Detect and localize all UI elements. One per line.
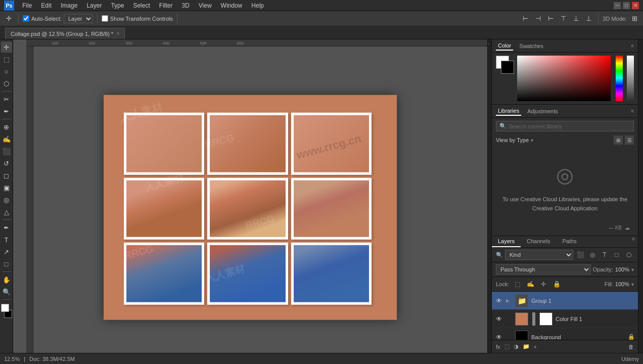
- menu-help[interactable]: Help: [247, 1, 268, 10]
- add-adjustment-btn[interactable]: ◑: [514, 343, 519, 350]
- menu-edit[interactable]: Edit: [37, 1, 56, 10]
- lock-pixels-btn[interactable]: ✍: [525, 279, 535, 289]
- blend-mode-select[interactable]: Pass Through: [496, 264, 591, 275]
- layer-visibility-background[interactable]: 👁: [495, 333, 503, 340]
- history-brush-tool[interactable]: ↺: [1, 158, 12, 169]
- filter-adjustment-btn[interactable]: ◎: [587, 250, 598, 260]
- menu-layer[interactable]: Layer: [82, 1, 106, 10]
- fx-btn[interactable]: fx: [496, 344, 500, 350]
- lasso-tool[interactable]: ○: [1, 66, 12, 77]
- filter-smart-btn[interactable]: ⬡: [624, 250, 634, 260]
- lock-all-btn[interactable]: 🔒: [552, 279, 562, 289]
- filter-type-btn[interactable]: T: [600, 250, 610, 260]
- chevron-down-icon[interactable]: ▾: [531, 138, 533, 143]
- eraser-tool[interactable]: ◻: [1, 170, 12, 181]
- layer-item-colorfill1[interactable]: 👁 Color Fill 1: [492, 310, 638, 328]
- background-swatch[interactable]: [501, 61, 514, 74]
- selection-tool[interactable]: ⬚: [1, 54, 12, 65]
- crop-tool[interactable]: ✂: [1, 94, 12, 105]
- align-bottom-btn[interactable]: ⊥: [583, 13, 594, 24]
- libraries-panel-options[interactable]: ≡: [631, 108, 634, 114]
- hand-tool[interactable]: ✋: [1, 274, 12, 285]
- color-tab[interactable]: Color: [496, 41, 513, 51]
- menu-window[interactable]: Window: [217, 1, 247, 10]
- auto-select-checkbox[interactable]: Auto-Select: Layer: [23, 14, 93, 23]
- swatches-tab[interactable]: Swatches: [517, 42, 545, 50]
- channels-tab[interactable]: Channels: [521, 236, 556, 247]
- align-left-btn[interactable]: ⊢: [520, 13, 531, 24]
- menu-select[interactable]: Select: [129, 1, 154, 10]
- lock-position-btn[interactable]: ✛: [538, 279, 548, 289]
- filter-shape-btn[interactable]: □: [612, 250, 622, 260]
- path-tool[interactable]: ↗: [1, 246, 12, 257]
- menu-view[interactable]: View: [195, 1, 216, 10]
- brush-tool[interactable]: ✍: [1, 133, 12, 145]
- layers-tab[interactable]: Layers: [492, 236, 521, 247]
- color-gradient-picker[interactable]: [517, 56, 611, 101]
- eyedropper-tool[interactable]: ✒: [1, 106, 12, 117]
- type-tool[interactable]: T: [1, 234, 12, 245]
- auto-select-check[interactable]: [23, 15, 29, 22]
- healing-brush-tool[interactable]: ⊕: [1, 121, 12, 132]
- delete-layer-btn[interactable]: 🗑: [628, 344, 634, 350]
- 3d-mode-btn[interactable]: ⊞: [629, 13, 640, 24]
- library-search[interactable]: 🔍 Search current library: [496, 121, 634, 131]
- right-collapse-strip[interactable]: [638, 39, 643, 353]
- udemy-label: Udemy: [621, 356, 639, 362]
- zoom-tool[interactable]: 🔍: [1, 286, 12, 297]
- layer-item-background[interactable]: 👁 Background 🔒: [492, 328, 638, 340]
- close-btn[interactable]: ✕: [632, 2, 639, 9]
- grid-view-btn[interactable]: ⊞: [614, 135, 623, 145]
- magic-wand-tool[interactable]: ⬡: [1, 78, 12, 89]
- collage-cell-9: [291, 243, 372, 305]
- adjustments-tab[interactable]: Adjustments: [525, 107, 560, 115]
- fill-arrow[interactable]: ▾: [631, 282, 634, 287]
- opacity-arrow[interactable]: ▾: [631, 267, 634, 272]
- layer-expand-group1[interactable]: ▶: [506, 298, 512, 303]
- layer-visibility-colorfill1[interactable]: 👁: [495, 315, 503, 323]
- maximize-btn[interactable]: □: [623, 2, 630, 9]
- canvas-area[interactable]: 100 200 300 400 500 600: [13, 39, 487, 353]
- color-panel-options[interactable]: ≡: [631, 43, 634, 49]
- hue-slider[interactable]: [616, 56, 623, 101]
- transform-check[interactable]: [102, 15, 108, 22]
- foreground-color[interactable]: [1, 304, 9, 312]
- minimize-btn[interactable]: ─: [614, 2, 621, 9]
- layers-panel-options[interactable]: ≡: [632, 236, 635, 247]
- add-group-btn[interactable]: 📁: [523, 343, 530, 350]
- move-tool-btn[interactable]: ✛: [3, 13, 14, 24]
- menu-type[interactable]: Type: [107, 1, 128, 10]
- shape-tool[interactable]: □: [1, 258, 12, 269]
- align-right-btn[interactable]: ⊢: [545, 13, 556, 24]
- document-tab[interactable]: Collage.psd @ 12.5% (Group 1, RGB/8) * ×: [5, 28, 125, 39]
- align-center-v-btn[interactable]: ⊥: [570, 13, 581, 24]
- auto-select-type-select[interactable]: Layer: [64, 14, 93, 23]
- pen-tool[interactable]: ✒: [1, 222, 12, 233]
- gradient-tool[interactable]: ▣: [1, 182, 12, 193]
- add-layer-btn[interactable]: +: [534, 344, 537, 350]
- add-mask-btn[interactable]: ⬚: [504, 343, 510, 350]
- kind-select[interactable]: Kind: [505, 250, 573, 260]
- menu-filter[interactable]: Filter: [155, 1, 177, 10]
- transform-controls-checkbox[interactable]: Show Transform Controls: [102, 15, 173, 22]
- filter-pixel-btn[interactable]: ⬛: [575, 250, 585, 260]
- stamp-tool[interactable]: ⬛: [1, 146, 12, 157]
- menu-3d[interactable]: 3D: [177, 1, 193, 10]
- align-top-btn[interactable]: ⊤: [558, 13, 569, 24]
- list-view-btn[interactable]: ☰: [625, 135, 634, 145]
- color-preview[interactable]: [496, 56, 514, 74]
- libraries-tab[interactable]: Libraries: [496, 107, 521, 116]
- layer-visibility-group1[interactable]: 👁: [495, 297, 503, 305]
- move-tool[interactable]: ✛: [1, 41, 12, 53]
- panel-collapse-handle[interactable]: ‹: [487, 39, 491, 353]
- lock-transparent-btn[interactable]: ⬚: [512, 279, 522, 289]
- blur-tool[interactable]: ◎: [1, 194, 12, 205]
- paths-tab[interactable]: Paths: [557, 236, 583, 247]
- tab-close-btn[interactable]: ×: [116, 31, 119, 36]
- menu-file[interactable]: File: [18, 1, 36, 10]
- dodge-tool[interactable]: △: [1, 206, 12, 217]
- saturation-slider[interactable]: [627, 56, 634, 101]
- menu-image[interactable]: Image: [57, 1, 81, 10]
- align-center-h-btn[interactable]: ⊣: [532, 13, 543, 24]
- layer-item-group1[interactable]: 👁 ▶ 📁 Group 1: [492, 292, 638, 310]
